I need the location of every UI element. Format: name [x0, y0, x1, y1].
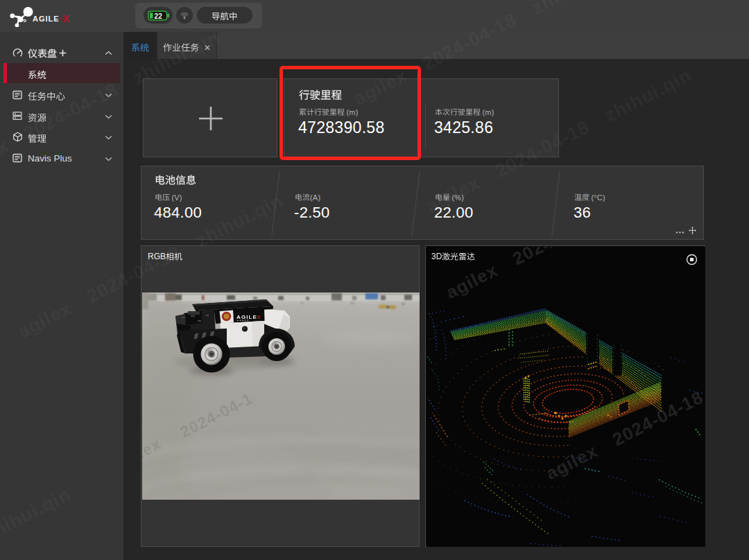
svg-text:22: 22 — [155, 12, 163, 20]
svg-text:AGILE: AGILE — [33, 15, 60, 23]
svg-text:X: X — [257, 314, 261, 320]
svg-text:AGILE: AGILE — [236, 314, 257, 320]
svg-text:X: X — [63, 13, 70, 24]
